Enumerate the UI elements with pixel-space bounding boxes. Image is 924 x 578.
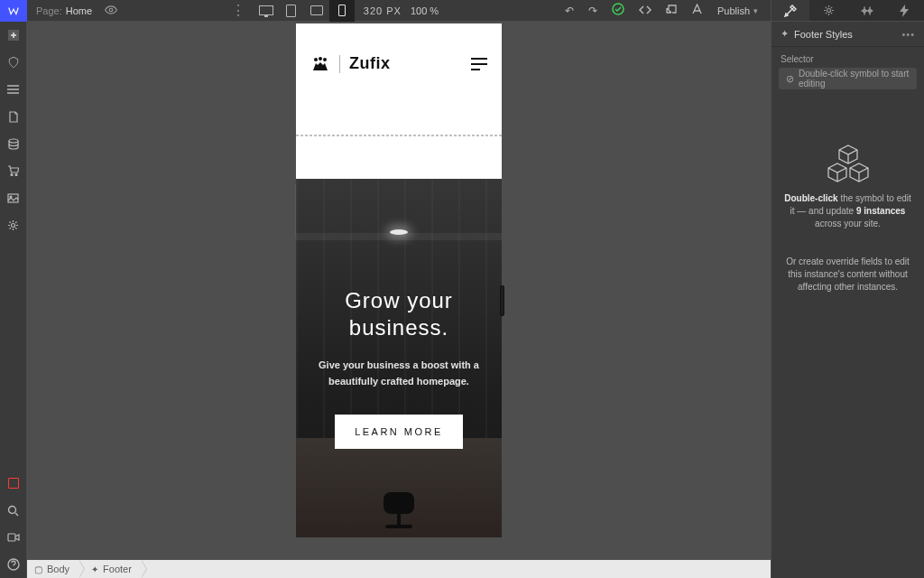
- status-check-icon[interactable]: [612, 3, 624, 18]
- settings-tab[interactable]: [809, 0, 847, 21]
- svg-point-10: [109, 8, 113, 12]
- svg-point-3: [15, 174, 17, 176]
- svg-point-14: [323, 58, 327, 61]
- svg-point-6: [12, 223, 15, 227]
- svg-point-15: [827, 9, 830, 13]
- canvas: Mobile (P) Affects 479px and below Zufix…: [27, 22, 771, 560]
- right-panel: ✦ Footer Styles ••• Selector ⊘ Double-cl…: [771, 0, 924, 578]
- hamburger-icon[interactable]: [471, 58, 487, 70]
- symbol-info: Double-click the symbol to edit it — and…: [772, 144, 924, 294]
- panel-more-icon[interactable]: •••: [901, 29, 915, 40]
- ecommerce-icon[interactable]: [0, 157, 27, 184]
- audit-icon[interactable]: [0, 470, 27, 497]
- symbol-edit-zone[interactable]: [296, 135, 502, 179]
- svg-point-13: [319, 57, 322, 61]
- selector-input[interactable]: ⊘ Double-click symbol to start editing: [779, 68, 917, 89]
- cubes-icon: [826, 144, 871, 183]
- chevron-down-icon: ▾: [753, 6, 758, 15]
- hero-section[interactable]: Grow your business. Give your business a…: [296, 179, 502, 537]
- zoom-level[interactable]: 100 %: [411, 5, 439, 16]
- breadcrumb-footer[interactable]: ✦ Footer: [79, 560, 141, 578]
- device-mobile-portrait[interactable]: [329, 0, 355, 22]
- settings-icon[interactable]: [0, 211, 27, 238]
- breadcrumb-body-label: Body: [47, 564, 69, 574]
- svg-point-2: [11, 174, 13, 176]
- app-logo[interactable]: [0, 0, 27, 22]
- export-icon[interactable]: [666, 4, 677, 17]
- panel-title: Footer Styles: [794, 29, 853, 40]
- page-name[interactable]: Home: [66, 5, 92, 16]
- breadcrumb-body[interactable]: ▢ Body: [27, 560, 79, 578]
- pages-icon[interactable]: [0, 103, 27, 130]
- device-tablet[interactable]: [279, 0, 304, 22]
- symbol-hint-1: Double-click the symbol to edit it — and…: [784, 192, 911, 230]
- undo-icon[interactable]: ↶: [565, 5, 574, 17]
- navigator-icon[interactable]: [0, 76, 27, 103]
- code-icon[interactable]: [639, 5, 651, 17]
- page-label: Page:: [27, 5, 62, 16]
- device-switcher: ⋮ 320 PX 100 %: [231, 0, 439, 22]
- hero-title[interactable]: Grow your business.: [318, 287, 480, 341]
- preview-eye-icon[interactable]: [105, 5, 117, 16]
- site-header[interactable]: Zufix: [296, 23, 502, 135]
- right-panel-tabs: [772, 0, 924, 22]
- video-help-icon[interactable]: [0, 524, 27, 551]
- no-entry-icon: ⊘: [786, 73, 794, 85]
- brand-logo-icon: [310, 56, 330, 72]
- brand-name: Zufix: [349, 54, 391, 73]
- cms-icon[interactable]: [0, 130, 27, 157]
- publish-label: Publish: [717, 5, 750, 16]
- mobile-preview[interactable]: Zufix Grow your business. Give your busi…: [296, 23, 502, 537]
- svg-point-12: [314, 58, 318, 61]
- right-panel-header: ✦ Footer Styles •••: [772, 22, 924, 47]
- selector-label: Selector: [772, 47, 924, 68]
- symbols-icon[interactable]: [0, 49, 27, 76]
- add-element-icon[interactable]: [0, 22, 27, 49]
- panel-header-gear-icon: ✦: [781, 28, 789, 40]
- device-mobile-landscape[interactable]: [304, 0, 329, 22]
- audit-a-icon[interactable]: [691, 4, 703, 17]
- symbol-icon: ✦: [91, 564, 98, 574]
- body-icon: ▢: [34, 564, 42, 574]
- breadcrumb-footer-label: Footer: [103, 564, 132, 574]
- device-desktop[interactable]: [254, 0, 279, 22]
- assets-icon[interactable]: [0, 184, 27, 211]
- topbar-right: ↶ ↷ Publish ▾: [552, 0, 771, 22]
- cta-button[interactable]: LEARN MORE: [335, 415, 463, 449]
- left-tools-sidebar: [0, 0, 27, 578]
- selector-hint: Double-click symbol to start editing: [799, 69, 910, 89]
- style-manager-tab[interactable]: [848, 0, 886, 21]
- style-tab[interactable]: [772, 0, 809, 21]
- breadcrumb: ▢ Body ✦ Footer: [27, 560, 771, 578]
- brand-divider: [339, 55, 340, 73]
- svg-point-7: [9, 506, 16, 513]
- topbar: Page: Home ⋮ 320 PX 100 % ↶ ↷ Publish ▾: [27, 0, 771, 22]
- viewport-resize-handle[interactable]: [500, 285, 504, 316]
- viewport-width[interactable]: 320 PX: [364, 5, 402, 16]
- publish-button[interactable]: Publish ▾: [717, 5, 758, 16]
- svg-rect-8: [8, 534, 15, 541]
- help-icon[interactable]: [0, 551, 27, 578]
- search-icon[interactable]: [0, 497, 27, 524]
- svg-point-1: [9, 139, 18, 143]
- symbol-hint-2: Or create override fields to edit this i…: [784, 256, 911, 294]
- hero-subtitle[interactable]: Give your business a boost with a beauti…: [318, 358, 480, 389]
- breakpoint-more-icon[interactable]: ⋮: [231, 2, 245, 19]
- interactions-tab[interactable]: [886, 0, 924, 21]
- redo-icon[interactable]: ↷: [588, 5, 597, 17]
